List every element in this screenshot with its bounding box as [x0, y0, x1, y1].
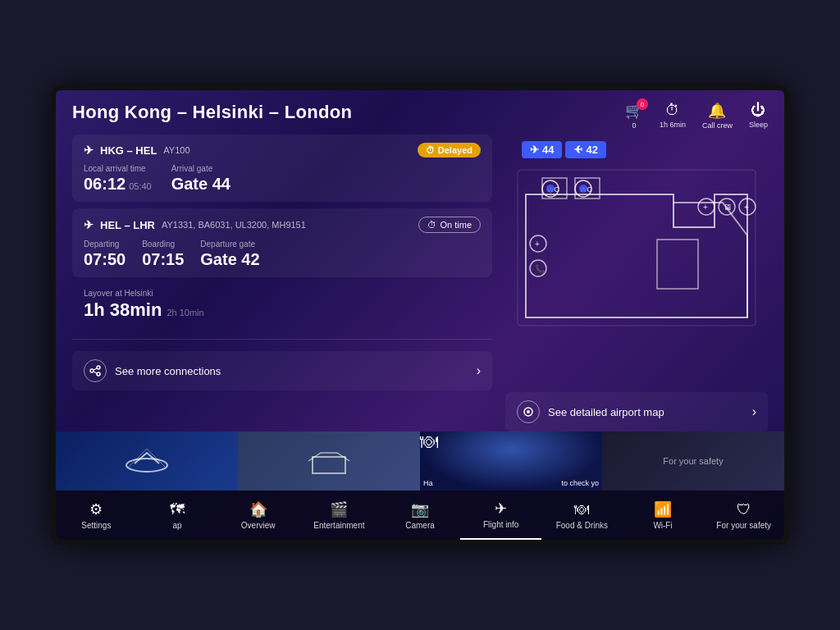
settings-label: Settings: [81, 521, 111, 530]
safety-label: For your safety: [716, 521, 771, 530]
gate42-icon: ✈: [573, 144, 582, 156]
left-panel: ✈ HKG – HEL AY100 ⏱ Delayed Local arriva…: [72, 135, 492, 431]
main-screen: Hong Kong – Helsinki – London 🛒 0 0 ⏱ 1h…: [56, 90, 784, 540]
nav-map[interactable]: 🗺 ap: [137, 491, 218, 540]
flight2-header: ✈ HEL – LHR AY1331, BA6031, UL3200, MH91…: [84, 217, 481, 233]
svg-rect-12: [657, 240, 698, 289]
flight2-route-text: HEL – LHR: [100, 219, 155, 231]
cart-label: 0: [632, 121, 636, 130]
flight1-plane-icon: ✈: [84, 144, 94, 157]
delayed-text: Delayed: [438, 145, 472, 155]
layover-label: Layover at Helsinki: [84, 289, 481, 298]
entertainment-label: Entertainment: [313, 521, 364, 530]
airport-map-svg: WC WC + 🖥: [505, 162, 768, 334]
overview-label: Overview: [241, 521, 276, 530]
sleep-label: Sleep: [749, 121, 768, 129]
camera-label: Camera: [405, 521, 435, 530]
timer-icon-item[interactable]: ⏱ 1h 6min: [660, 102, 686, 129]
timer-label: 1h 6min: [660, 121, 686, 129]
svg-text:+: +: [744, 203, 749, 212]
gate-labels: ✈ 44 ✈ 42: [505, 135, 768, 162]
dep-gate-col: Departure gate Gate 42: [200, 240, 259, 269]
layover-section: Layover at Helsinki 1h 38min2h 10min: [72, 284, 492, 327]
svg-line-3: [94, 368, 97, 370]
svg-point-27: [126, 459, 167, 472]
ontime-text: On time: [440, 220, 472, 230]
map-link-chevron: ›: [752, 404, 756, 419]
arrival-time-col: Local arrival time 06:1205:40: [84, 164, 152, 194]
arrival-time-label: Local arrival time: [84, 164, 152, 173]
thumb-3[interactable]: 🍽 Ha to check yo: [420, 431, 602, 491]
flight2-plane-icon: ✈: [84, 218, 94, 231]
camera-icon: 📷: [411, 500, 429, 518]
wifi-label: Wi-Fi: [653, 521, 672, 530]
right-panel: ✈ 44 ✈ 42: [505, 135, 768, 431]
thumb-1[interactable]: [56, 431, 238, 491]
flight2-numbers: AY1331, BA6031, UL3200, MH9151: [162, 220, 306, 230]
layover-value: 1h 38min2h 10min: [84, 299, 481, 321]
arrival-gate-col: Arrival gate Gate 44: [171, 164, 231, 194]
svg-rect-28: [313, 457, 345, 473]
ontime-icon: ⏱: [427, 220, 436, 230]
svg-line-4: [94, 372, 97, 373]
flight1-header: ✈ HKG – HEL AY100 ⏱ Delayed: [84, 143, 481, 158]
map-link-left: See detailed airport map: [517, 400, 664, 423]
cart-icon-item[interactable]: 🛒 0 0: [625, 102, 643, 130]
nav-camera[interactable]: 📷 Camera: [380, 491, 461, 540]
nav-food-drinks[interactable]: 🍽 Food & Drinks: [541, 491, 623, 540]
thumb-2[interactable]: [238, 431, 420, 491]
top-bar: Hong Kong – Helsinki – London 🛒 0 0 ⏱ 1h…: [56, 90, 784, 135]
thumb1-svg: [122, 441, 171, 482]
departing-col: Departing 07:50: [84, 240, 126, 269]
nav-settings[interactable]: ⚙ Settings: [56, 491, 137, 540]
gate44-label: ✈ 44: [522, 141, 562, 158]
call-crew-label: Call crew: [702, 121, 733, 130]
thumbnails-row: 🍽 Ha to check yo For your safety: [56, 431, 784, 491]
sleep-icon: ⏻: [751, 102, 765, 119]
call-crew-icon-item[interactable]: 🔔 Call crew: [702, 102, 733, 130]
boarding-time: 07:15: [142, 250, 184, 268]
thumb2-svg: [304, 441, 354, 482]
flight1-status-badge: ⏱ Delayed: [418, 143, 481, 158]
thumb-4[interactable]: For your safety: [602, 431, 784, 491]
boarding-label: Boarding: [142, 240, 184, 249]
map-link-bar[interactable]: See detailed airport map ›: [505, 392, 768, 431]
flight1-route: ✈ HKG – HEL AY100: [84, 144, 190, 157]
settings-icon: ⚙: [89, 500, 103, 518]
food-drinks-icon: 🍽: [574, 501, 589, 518]
map-label: ap: [172, 521, 181, 530]
svg-point-23: [546, 185, 555, 193]
flight2-route: ✈ HEL – LHR AY1331, BA6031, UL3200, MH91…: [84, 218, 306, 231]
svg-text:🖥: 🖥: [724, 203, 732, 212]
nav-safety[interactable]: 🛡 For your safety: [703, 491, 784, 540]
thumb3-sublabel: to check yo: [561, 479, 599, 487]
nav-overview[interactable]: 🏠 Overview: [217, 491, 299, 540]
connections-bar[interactable]: See more connections ›: [72, 351, 492, 390]
timer-icon: ⏱: [665, 102, 680, 119]
entertainment-icon: 🎬: [330, 500, 348, 518]
airport-map: ✈ 44 ✈ 42: [505, 135, 768, 392]
arrival-time-value: 06:1205:40: [84, 175, 152, 193]
flight2-details: Departing 07:50 Boarding 07:15 Departure…: [84, 240, 481, 269]
svg-point-1: [97, 366, 100, 369]
flight2-status-badge: ⏱ On time: [418, 217, 481, 233]
svg-point-24: [579, 185, 587, 193]
connections-label: See more connections: [115, 365, 221, 377]
gate42-label: ✈ 42: [565, 141, 605, 158]
connections-icon: [84, 359, 107, 382]
departing-time: 07:50: [84, 250, 126, 268]
flight-info-icon: ✈: [495, 500, 507, 518]
nav-flight-info[interactable]: ✈ Flight info: [460, 491, 541, 540]
wifi-icon: 📶: [654, 500, 672, 518]
sleep-icon-item[interactable]: ⏻ Sleep: [749, 102, 768, 129]
nav-entertainment[interactable]: 🎬 Entertainment: [299, 491, 380, 540]
arrival-gate-value: Gate 44: [171, 175, 231, 194]
flight1-route-text: HKG – HEL: [100, 144, 157, 157]
svg-point-2: [97, 372, 100, 376]
flight2-segment: ✈ HEL – LHR AY1331, BA6031, UL3200, MH91…: [72, 208, 492, 277]
arrival-gate-label: Arrival gate: [171, 164, 231, 173]
nav-wifi[interactable]: 📶 Wi-Fi: [623, 491, 704, 540]
svg-text:+: +: [703, 203, 708, 212]
delayed-icon: ⏱: [426, 145, 435, 155]
svg-point-26: [527, 410, 530, 413]
